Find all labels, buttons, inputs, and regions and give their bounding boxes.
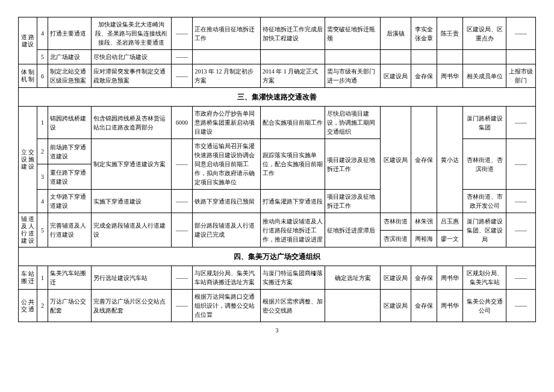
cell [325, 290, 381, 322]
cell: —— [171, 190, 193, 213]
section-row: 三、集灌快速路交通改善 [19, 88, 536, 107]
cell: 与区规划分局、集美汽车站商谈搬迁选址方案 [193, 266, 260, 290]
cell: —— [506, 213, 535, 247]
cell: 后溪镇 [381, 17, 411, 50]
cell: 李实全张金章 [411, 17, 437, 50]
cell: 文华路下穿通道建设 [48, 190, 92, 213]
table-row: 道 路建设 4 打通主要通道 加快建设集美北大道崎沟段、圣果路与田集连接线衔接段… [19, 17, 536, 50]
table-row: 公 共交 通 2 万达广场公交配套 完善万达广场片区公交站点及线路配套 —— 根… [19, 290, 536, 322]
cell: 3 [37, 164, 48, 190]
cell: 相关成员单位 [463, 64, 506, 88]
table-row: 辅 道及 人行 道建 设 5 完善辅道及人行道建设 完成全路段辅道及人行道建设 … [19, 213, 536, 231]
cell: 4 [37, 190, 48, 213]
section-title: 四、集美万达广场交通组织 [19, 247, 536, 266]
cell: —— [171, 17, 193, 50]
cell: 需突破征地拆迁瓶颈 [325, 17, 381, 50]
cell: 包含锦园跨线桥及杏林货运站出口道路改造两部分 [91, 107, 171, 139]
cell: —— [506, 107, 535, 139]
cell: 项目建设涉及征地拆迁工作 [325, 139, 381, 190]
cell: —— [171, 290, 193, 322]
cell: 需与市级有关部门进一步沟通 [325, 64, 381, 88]
cell: 打通集灌路下穿通道段 [260, 190, 325, 213]
cell: 加快建设集美北大道崎沟段、圣果路与田集连接线衔接段、圣岩路等主要通道 [91, 17, 171, 50]
section-row: 四、集美万达广场交通组织 [19, 247, 536, 266]
cell [193, 50, 260, 64]
cell: 周书华 [437, 64, 463, 88]
cell: 前场路下穿通道建设 [48, 139, 92, 164]
cell: 尽快启动北广场建设 [91, 50, 171, 64]
cell: 道 路建设 [19, 17, 37, 64]
cell: —— [506, 290, 535, 322]
table-row: 体 制机 制 6 制定北站交通区级应急预案 应对滞留突发事件制定交通疏散应急预案… [19, 64, 536, 88]
cell: 厦门路桥建设集团、区建设局 [463, 213, 506, 247]
cell [463, 50, 506, 64]
cell: 体 制机 制 [19, 64, 37, 88]
cell: 尽快启动项目建设，协调施工期间交通组织 [325, 107, 381, 139]
cell: 2013 年 12 月制定初步方案 [193, 64, 260, 88]
cell: 陈壬贵 [437, 17, 463, 50]
cell: —— [171, 64, 193, 88]
cell: 根据万达同集路口交通组织设计，调整公交站点位置 [193, 290, 260, 322]
table-row: 车 站搬 迁 1 集美汽车站搬迁 另行选址建设汽车站 —— 与区规划分局、集美汽… [19, 266, 536, 290]
cell: 完成全路段辅道及人行道建设 [91, 213, 171, 247]
cell: 万达广场公交配套 [48, 290, 92, 322]
cell: 厦门路桥建设集团 [463, 107, 506, 139]
section-title: 三、集灌快速路交通改善 [19, 88, 536, 107]
cell: 制定实施下穿通道建设方案 [91, 139, 171, 190]
cell: 完善辅道及人行道建设 [48, 213, 92, 247]
cell: 董任路下穿通道建设 [48, 164, 92, 190]
cell: 金存保 [411, 107, 437, 213]
cell: 锦园跨线桥建设 [48, 107, 92, 139]
cell: 2014 年 1 月确定正式方案 [260, 64, 325, 88]
cell: 立 交设 施建 设 [19, 107, 37, 213]
cell: 辅 道及 人行 道建 设 [19, 213, 37, 247]
cell: —— [506, 17, 535, 50]
cell: 征地拆迁进度滞后 [325, 213, 381, 247]
cell [411, 50, 437, 64]
cell: 区建设局 [381, 266, 411, 290]
cell: —— [171, 50, 193, 64]
cell: 区建设局 [381, 107, 411, 213]
cell: 金存保 [411, 290, 437, 322]
cell: —— [171, 213, 193, 247]
cell: —— [506, 266, 535, 290]
cell: 金存保 [411, 64, 437, 88]
cell: 杏林街道 [381, 213, 411, 231]
cell: 6000 [171, 107, 193, 139]
cell: —— [171, 266, 193, 290]
cell: 实施下穿通道建设 [91, 190, 171, 213]
cell [381, 50, 411, 64]
cell: 待征地拆迁工作完成后加快工程建设 [260, 17, 325, 50]
cell: 2 [37, 139, 48, 164]
cell: 另行选址建设汽车站 [91, 266, 171, 290]
cell: 公 共交 通 [19, 290, 37, 322]
cell: 部分路段辅道及人行道建设已完成 [193, 213, 260, 247]
cell: 配合实施项目前期工作 [260, 107, 325, 139]
cell: 吕玉惠 [437, 213, 463, 231]
cell [325, 50, 381, 64]
cell: 杏滨街道 [381, 230, 411, 247]
cell: 上报市级部门 [506, 64, 535, 88]
cell: 周裕海 [411, 230, 437, 247]
cell: 跟踪落实项目实施单位，配合实施项目前期工作 [260, 139, 325, 190]
cell [260, 50, 325, 64]
cell: 集美汽车站搬迁 [48, 266, 92, 290]
cell: 车 站搬 迁 [19, 266, 37, 290]
cell: 金存保 [411, 266, 437, 290]
cell: 制定北站交通区级应急预案 [48, 64, 92, 88]
cell: 铁路下穿通道段已预留 [193, 190, 260, 213]
cell: —— [171, 139, 193, 190]
cell: 1 [37, 266, 48, 290]
cell: 杏林街道、市政开发公司 [463, 190, 506, 213]
cell: 周书华 [437, 266, 463, 290]
cell: 根据片区需求调整、加密公交线路 [260, 290, 325, 322]
cell: 周书华 [437, 290, 463, 322]
cell: 区规划分局、集美汽车站 [463, 266, 506, 290]
cell: 推动尚未建设辅道及人行道路段征地拆迁工作，推进项目建设进度 [260, 213, 325, 247]
cell: 杏林街道、杏滨街道 [463, 139, 506, 190]
cell: 5 [37, 213, 48, 247]
cell: 确定选址方案 [325, 266, 381, 290]
table-row: 5 北广场建设 尽快启动北广场建设 —— [19, 50, 536, 64]
cell: 市交通运输局召开集灌快速路项目建设协调会同意启动项目前期工作，拟向市政府请示确定… [193, 139, 260, 190]
cell: 区建设局 [381, 64, 411, 88]
